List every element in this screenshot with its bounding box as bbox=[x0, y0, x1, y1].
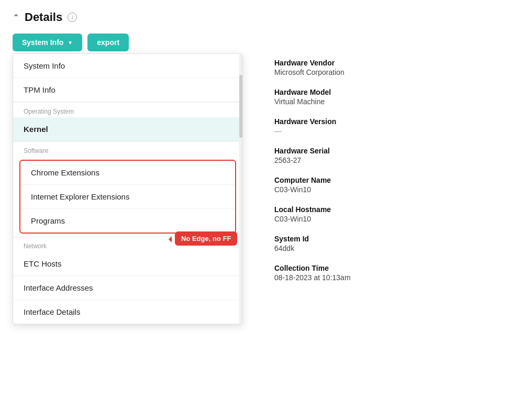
info-row-collection-time: Collection Time 08-18-2023 at 10:13am bbox=[274, 264, 510, 282]
dropdown-item-programs[interactable]: Programs bbox=[20, 209, 235, 233]
export-label: export bbox=[97, 38, 119, 47]
dropdown-item-kernel[interactable]: Kernel bbox=[13, 117, 242, 141]
scrollbar-thumb[interactable] bbox=[239, 75, 242, 138]
dropdown-item-system-info[interactable]: System Info bbox=[13, 54, 242, 78]
page-container: ⌃ Details i System Info ▼ export System … bbox=[0, 0, 523, 420]
info-value-hardware-model: Virtual Machine bbox=[274, 97, 510, 106]
dropdown-panel: System Info TPM Info Operating System Ke… bbox=[13, 53, 243, 325]
dropdown-category-os: Operating System bbox=[13, 102, 242, 117]
dropdown-item-chrome-extensions[interactable]: Chrome Extensions bbox=[20, 161, 235, 185]
main-content: System Info TPM Info Operating System Ke… bbox=[13, 53, 510, 325]
info-row-computer-name: Computer Name C03-Win10 bbox=[274, 176, 510, 194]
info-row-local-hostname: Local Hostname C03-Win10 bbox=[274, 205, 510, 223]
info-value-collection-time: 08-18-2023 at 10:13am bbox=[274, 273, 510, 282]
system-info-label: System Info bbox=[22, 38, 63, 47]
page-title: Details bbox=[25, 10, 62, 24]
info-value-hardware-serial: 2563-27 bbox=[274, 156, 510, 164]
info-row-system-id: System Id 64ddk bbox=[274, 235, 510, 252]
tooltip-box: No Edge, no FF bbox=[175, 231, 237, 246]
info-row-hardware-vendor: Hardware Vendor Microsoft Corporation bbox=[274, 59, 510, 76]
info-label-system-id: System Id bbox=[274, 235, 510, 243]
dropdown-item-interface-details[interactable]: Interface Details bbox=[13, 300, 242, 324]
info-label-hardware-vendor: Hardware Vendor bbox=[274, 59, 510, 67]
info-value-hardware-version: — bbox=[274, 127, 510, 135]
info-label-local-hostname: Local Hostname bbox=[274, 205, 510, 214]
info-row-hardware-serial: Hardware Serial 2563-27 bbox=[274, 147, 510, 164]
info-label-hardware-serial: Hardware Serial bbox=[274, 147, 510, 155]
info-label-hardware-version: Hardware Version bbox=[274, 117, 510, 126]
export-button[interactable]: export bbox=[87, 34, 129, 51]
collapse-chevron[interactable]: ⌃ bbox=[13, 13, 19, 23]
info-value-system-id: 64ddk bbox=[274, 244, 510, 252]
info-value-local-hostname: C03-Win10 bbox=[274, 215, 510, 223]
dropdown-section-top: System Info TPM Info bbox=[13, 54, 242, 102]
dropdown-arrow-icon: ▼ bbox=[68, 40, 73, 46]
info-label-computer-name: Computer Name bbox=[274, 176, 510, 184]
software-group: Chrome Extensions Internet Explorer Exte… bbox=[19, 160, 236, 234]
dropdown-category-software: Software bbox=[13, 141, 242, 157]
toolbar: System Info ▼ export bbox=[13, 34, 510, 51]
dropdown-item-interface-addresses[interactable]: Interface Addresses bbox=[13, 276, 242, 300]
info-value-computer-name: C03-Win10 bbox=[274, 185, 510, 194]
info-value-hardware-vendor: Microsoft Corporation bbox=[274, 68, 510, 76]
tooltip-text: No Edge, no FF bbox=[181, 235, 231, 242]
info-label-collection-time: Collection Time bbox=[274, 264, 510, 272]
info-row-hardware-model: Hardware Model Virtual Machine bbox=[274, 88, 510, 106]
right-panel: Hardware Vendor Microsoft Corporation Ha… bbox=[243, 53, 510, 325]
header: ⌃ Details i bbox=[13, 10, 510, 24]
info-icon[interactable]: i bbox=[68, 13, 77, 22]
scrollbar-track[interactable] bbox=[239, 54, 242, 324]
system-info-button[interactable]: System Info ▼ bbox=[13, 34, 82, 51]
info-label-hardware-model: Hardware Model bbox=[274, 88, 510, 96]
dropdown-item-tpm-info[interactable]: TPM Info bbox=[13, 78, 242, 102]
dropdown-item-ie-extensions[interactable]: Internet Explorer Extensions bbox=[20, 185, 235, 209]
info-row-hardware-version: Hardware Version — bbox=[274, 117, 510, 135]
dropdown-item-etc-hosts[interactable]: ETC Hosts bbox=[13, 252, 242, 276]
